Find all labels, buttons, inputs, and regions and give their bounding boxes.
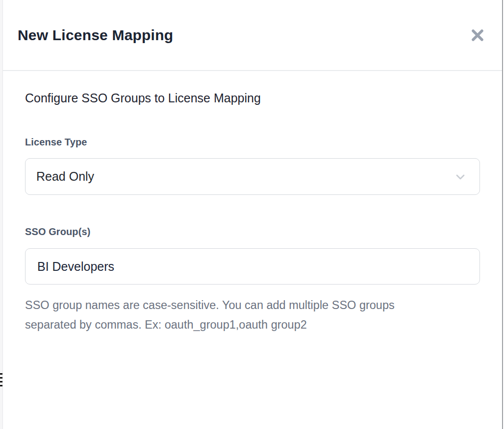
screen: New License Mapping Configure SSO Groups…	[0, 0, 504, 429]
license-type-label: License Type	[25, 137, 480, 148]
chevron-down-icon	[454, 170, 467, 183]
close-button[interactable]	[467, 24, 488, 46]
license-type-selected-value: Read Only	[36, 169, 94, 184]
list-icon	[0, 373, 2, 389]
window-right-edge-line	[502, 0, 503, 429]
sso-groups-input[interactable]	[25, 248, 480, 285]
x-icon	[471, 28, 484, 42]
dialog-header: New License Mapping	[3, 0, 502, 71]
sso-groups-help-text: SSO group names are case-sensitive. You …	[25, 295, 427, 334]
dialog-body: Configure SSO Groups to License Mapping …	[3, 71, 502, 334]
sso-groups-label: SSO Group(s)	[25, 226, 480, 238]
license-type-select[interactable]: Read Only	[25, 158, 480, 195]
new-license-mapping-dialog: New License Mapping Configure SSO Groups…	[3, 0, 502, 429]
dialog-title: New License Mapping	[18, 27, 173, 44]
section-heading: Configure SSO Groups to License Mapping	[25, 90, 480, 106]
